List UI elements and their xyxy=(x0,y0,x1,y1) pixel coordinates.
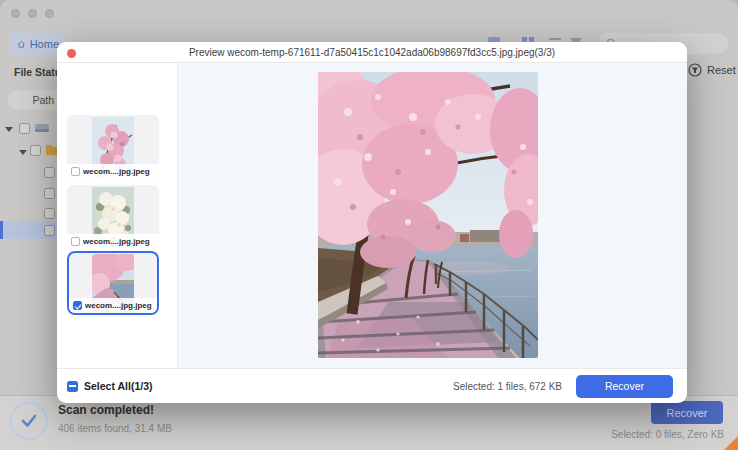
check-icon xyxy=(19,412,39,430)
window-controls[interactable] xyxy=(11,9,54,18)
close-window-icon[interactable] xyxy=(11,9,20,18)
path-tab-label: Path xyxy=(32,94,54,106)
tree-checkbox[interactable] xyxy=(44,188,55,199)
thumbnail-filename: wecom....jpg.jpeg xyxy=(83,237,150,246)
path-tab[interactable]: Path xyxy=(8,90,62,110)
thumbnail-label-bar: wecom....jpg.jpeg xyxy=(69,298,157,313)
scan-status-title: Scan completed! xyxy=(58,403,154,417)
recover-button-background[interactable]: Recover xyxy=(651,401,723,424)
tree-checkbox-drive[interactable] xyxy=(19,123,30,134)
tree-checkbox[interactable] xyxy=(44,167,55,178)
thumbnail-checkbox-unchecked[interactable] xyxy=(71,167,80,176)
minimize-window-icon[interactable] xyxy=(28,9,37,18)
selected-files-info: Selected: 1 files, 672 KB xyxy=(453,381,562,392)
home-tab-label: Home xyxy=(30,38,59,50)
thumbnail-filename: wecom....jpg.jpeg xyxy=(83,167,150,176)
home-icon xyxy=(17,38,26,51)
preview-title: Preview wecom-temp-671611-d7a50415c1c104… xyxy=(189,47,555,58)
zoom-window-icon[interactable] xyxy=(45,9,54,18)
scan-progress-indicator xyxy=(10,402,48,440)
tree-checkbox[interactable] xyxy=(44,208,55,219)
reset-filter-button[interactable]: Reset xyxy=(688,63,736,77)
thumbnail-checkbox-unchecked[interactable] xyxy=(71,237,80,246)
corner-resize-grip xyxy=(724,436,738,450)
selected-files-summary: Selected: 0 files, Zero KB xyxy=(611,429,724,440)
scan-status-detail: 406 items found, 31.4 MB xyxy=(58,423,172,434)
tree-checkbox-selected-row[interactable] xyxy=(44,225,55,236)
tree-expand-icon[interactable] xyxy=(5,127,13,132)
reset-filter-label: Reset xyxy=(707,64,736,76)
tree-checkbox-folder[interactable] xyxy=(30,145,41,156)
select-all-label[interactable]: Select All(1/3) xyxy=(84,380,152,392)
preview-dialog-footer: Select All(1/3) Selected: 1 files, 672 K… xyxy=(57,368,687,403)
tree-expand-icon[interactable] xyxy=(19,150,27,155)
thumbnail-checkbox-checked[interactable] xyxy=(73,301,82,310)
thumbnail-item-2[interactable]: wecom....jpg.jpeg xyxy=(67,185,159,249)
thumbnail-item-1[interactable]: wecom....jpg.jpeg xyxy=(67,115,159,179)
preview-dialog-titlebar: Preview wecom-temp-671611-d7a50415c1c104… xyxy=(57,42,687,63)
thumbnail-item-3-selected[interactable]: wecom....jpg.jpeg xyxy=(67,251,159,315)
thumbnail-label-bar: wecom....jpg.jpeg xyxy=(67,164,159,179)
drive-icon xyxy=(34,121,50,135)
close-dialog-icon[interactable] xyxy=(67,49,76,58)
thumbnail-label-bar: wecom....jpg.jpeg xyxy=(67,234,159,249)
recover-button[interactable]: Recover xyxy=(576,375,673,398)
thumbnail-filename: wecom....jpg.jpeg xyxy=(85,301,152,310)
preview-dialog: Preview wecom-temp-671611-d7a50415c1c104… xyxy=(57,42,687,403)
preview-photo-blossom-path xyxy=(318,72,538,358)
select-all-checkbox-indeterminate[interactable] xyxy=(67,381,78,392)
reset-filter-icon xyxy=(688,63,702,77)
